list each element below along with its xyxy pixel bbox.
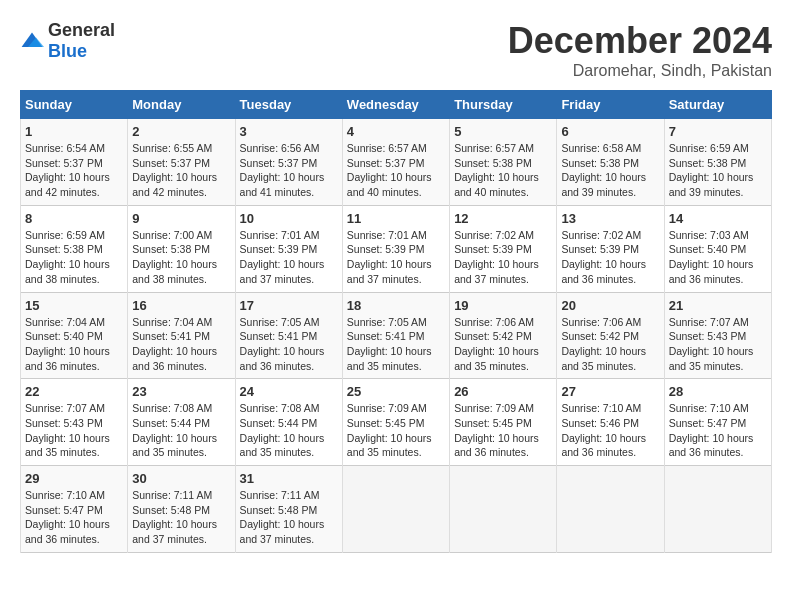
day-number: 15: [25, 298, 123, 313]
day-info: Sunrise: 7:04 AM Sunset: 5:41 PM Dayligh…: [132, 315, 230, 374]
weekday-header: Friday: [557, 91, 664, 119]
day-number: 11: [347, 211, 445, 226]
day-info: Sunrise: 7:01 AM Sunset: 5:39 PM Dayligh…: [240, 228, 338, 287]
calendar-week-row: 15 Sunrise: 7:04 AM Sunset: 5:40 PM Dayl…: [21, 292, 772, 379]
day-number: 26: [454, 384, 552, 399]
logo-blue: Blue: [48, 41, 87, 61]
day-number: 22: [25, 384, 123, 399]
empty-day-cell: [342, 466, 449, 553]
day-info: Sunrise: 6:57 AM Sunset: 5:37 PM Dayligh…: [347, 141, 445, 200]
day-number: 30: [132, 471, 230, 486]
day-cell: 14 Sunrise: 7:03 AM Sunset: 5:40 PM Dayl…: [664, 205, 771, 292]
calendar-week-row: 1 Sunrise: 6:54 AM Sunset: 5:37 PM Dayli…: [21, 119, 772, 206]
day-cell: 23 Sunrise: 7:08 AM Sunset: 5:44 PM Dayl…: [128, 379, 235, 466]
day-number: 4: [347, 124, 445, 139]
day-cell: 5 Sunrise: 6:57 AM Sunset: 5:38 PM Dayli…: [450, 119, 557, 206]
day-info: Sunrise: 7:01 AM Sunset: 5:39 PM Dayligh…: [347, 228, 445, 287]
calendar-week-row: 29 Sunrise: 7:10 AM Sunset: 5:47 PM Dayl…: [21, 466, 772, 553]
month-title: December 2024: [508, 20, 772, 62]
day-number: 16: [132, 298, 230, 313]
day-info: Sunrise: 7:07 AM Sunset: 5:43 PM Dayligh…: [25, 401, 123, 460]
day-cell: 19 Sunrise: 7:06 AM Sunset: 5:42 PM Dayl…: [450, 292, 557, 379]
page-header: General Blue December 2024 Daromehar, Si…: [20, 20, 772, 80]
day-number: 6: [561, 124, 659, 139]
location-subtitle: Daromehar, Sindh, Pakistan: [508, 62, 772, 80]
day-cell: 7 Sunrise: 6:59 AM Sunset: 5:38 PM Dayli…: [664, 119, 771, 206]
empty-day-cell: [557, 466, 664, 553]
day-number: 10: [240, 211, 338, 226]
day-number: 12: [454, 211, 552, 226]
weekday-header: Saturday: [664, 91, 771, 119]
day-info: Sunrise: 6:59 AM Sunset: 5:38 PM Dayligh…: [25, 228, 123, 287]
day-number: 14: [669, 211, 767, 226]
day-number: 17: [240, 298, 338, 313]
day-info: Sunrise: 7:02 AM Sunset: 5:39 PM Dayligh…: [454, 228, 552, 287]
day-info: Sunrise: 7:03 AM Sunset: 5:40 PM Dayligh…: [669, 228, 767, 287]
weekday-header: Tuesday: [235, 91, 342, 119]
day-number: 19: [454, 298, 552, 313]
day-cell: 15 Sunrise: 7:04 AM Sunset: 5:40 PM Dayl…: [21, 292, 128, 379]
empty-day-cell: [450, 466, 557, 553]
logo-icon: [20, 31, 44, 51]
calendar-week-row: 22 Sunrise: 7:07 AM Sunset: 5:43 PM Dayl…: [21, 379, 772, 466]
weekday-header: Sunday: [21, 91, 128, 119]
day-info: Sunrise: 7:11 AM Sunset: 5:48 PM Dayligh…: [240, 488, 338, 547]
day-info: Sunrise: 7:08 AM Sunset: 5:44 PM Dayligh…: [240, 401, 338, 460]
day-cell: 1 Sunrise: 6:54 AM Sunset: 5:37 PM Dayli…: [21, 119, 128, 206]
day-cell: 20 Sunrise: 7:06 AM Sunset: 5:42 PM Dayl…: [557, 292, 664, 379]
day-info: Sunrise: 7:05 AM Sunset: 5:41 PM Dayligh…: [240, 315, 338, 374]
day-info: Sunrise: 7:06 AM Sunset: 5:42 PM Dayligh…: [561, 315, 659, 374]
day-cell: 8 Sunrise: 6:59 AM Sunset: 5:38 PM Dayli…: [21, 205, 128, 292]
day-cell: 22 Sunrise: 7:07 AM Sunset: 5:43 PM Dayl…: [21, 379, 128, 466]
day-number: 29: [25, 471, 123, 486]
day-info: Sunrise: 7:05 AM Sunset: 5:41 PM Dayligh…: [347, 315, 445, 374]
day-cell: 26 Sunrise: 7:09 AM Sunset: 5:45 PM Dayl…: [450, 379, 557, 466]
day-number: 9: [132, 211, 230, 226]
title-area: December 2024 Daromehar, Sindh, Pakistan: [508, 20, 772, 80]
day-cell: 21 Sunrise: 7:07 AM Sunset: 5:43 PM Dayl…: [664, 292, 771, 379]
day-cell: 27 Sunrise: 7:10 AM Sunset: 5:46 PM Dayl…: [557, 379, 664, 466]
day-info: Sunrise: 7:02 AM Sunset: 5:39 PM Dayligh…: [561, 228, 659, 287]
day-info: Sunrise: 7:09 AM Sunset: 5:45 PM Dayligh…: [454, 401, 552, 460]
calendar-header-row: SundayMondayTuesdayWednesdayThursdayFrid…: [21, 91, 772, 119]
day-info: Sunrise: 6:54 AM Sunset: 5:37 PM Dayligh…: [25, 141, 123, 200]
day-info: Sunrise: 6:55 AM Sunset: 5:37 PM Dayligh…: [132, 141, 230, 200]
day-cell: 17 Sunrise: 7:05 AM Sunset: 5:41 PM Dayl…: [235, 292, 342, 379]
day-number: 2: [132, 124, 230, 139]
day-info: Sunrise: 7:06 AM Sunset: 5:42 PM Dayligh…: [454, 315, 552, 374]
day-number: 8: [25, 211, 123, 226]
day-number: 27: [561, 384, 659, 399]
day-cell: 11 Sunrise: 7:01 AM Sunset: 5:39 PM Dayl…: [342, 205, 449, 292]
day-cell: 25 Sunrise: 7:09 AM Sunset: 5:45 PM Dayl…: [342, 379, 449, 466]
day-cell: 3 Sunrise: 6:56 AM Sunset: 5:37 PM Dayli…: [235, 119, 342, 206]
day-info: Sunrise: 7:11 AM Sunset: 5:48 PM Dayligh…: [132, 488, 230, 547]
day-info: Sunrise: 7:09 AM Sunset: 5:45 PM Dayligh…: [347, 401, 445, 460]
day-cell: 16 Sunrise: 7:04 AM Sunset: 5:41 PM Dayl…: [128, 292, 235, 379]
day-info: Sunrise: 7:07 AM Sunset: 5:43 PM Dayligh…: [669, 315, 767, 374]
day-number: 21: [669, 298, 767, 313]
day-info: Sunrise: 7:04 AM Sunset: 5:40 PM Dayligh…: [25, 315, 123, 374]
day-cell: 24 Sunrise: 7:08 AM Sunset: 5:44 PM Dayl…: [235, 379, 342, 466]
day-info: Sunrise: 7:00 AM Sunset: 5:38 PM Dayligh…: [132, 228, 230, 287]
day-number: 20: [561, 298, 659, 313]
day-number: 1: [25, 124, 123, 139]
empty-day-cell: [664, 466, 771, 553]
day-number: 23: [132, 384, 230, 399]
day-cell: 31 Sunrise: 7:11 AM Sunset: 5:48 PM Dayl…: [235, 466, 342, 553]
day-cell: 9 Sunrise: 7:00 AM Sunset: 5:38 PM Dayli…: [128, 205, 235, 292]
day-number: 25: [347, 384, 445, 399]
day-info: Sunrise: 7:10 AM Sunset: 5:47 PM Dayligh…: [25, 488, 123, 547]
day-cell: 2 Sunrise: 6:55 AM Sunset: 5:37 PM Dayli…: [128, 119, 235, 206]
weekday-header: Wednesday: [342, 91, 449, 119]
day-cell: 4 Sunrise: 6:57 AM Sunset: 5:37 PM Dayli…: [342, 119, 449, 206]
logo-general: General: [48, 20, 115, 40]
day-info: Sunrise: 6:56 AM Sunset: 5:37 PM Dayligh…: [240, 141, 338, 200]
logo: General Blue: [20, 20, 115, 62]
day-info: Sunrise: 6:58 AM Sunset: 5:38 PM Dayligh…: [561, 141, 659, 200]
day-cell: 13 Sunrise: 7:02 AM Sunset: 5:39 PM Dayl…: [557, 205, 664, 292]
day-info: Sunrise: 6:57 AM Sunset: 5:38 PM Dayligh…: [454, 141, 552, 200]
day-cell: 6 Sunrise: 6:58 AM Sunset: 5:38 PM Dayli…: [557, 119, 664, 206]
calendar-body: 1 Sunrise: 6:54 AM Sunset: 5:37 PM Dayli…: [21, 119, 772, 553]
day-info: Sunrise: 7:10 AM Sunset: 5:46 PM Dayligh…: [561, 401, 659, 460]
calendar-week-row: 8 Sunrise: 6:59 AM Sunset: 5:38 PM Dayli…: [21, 205, 772, 292]
